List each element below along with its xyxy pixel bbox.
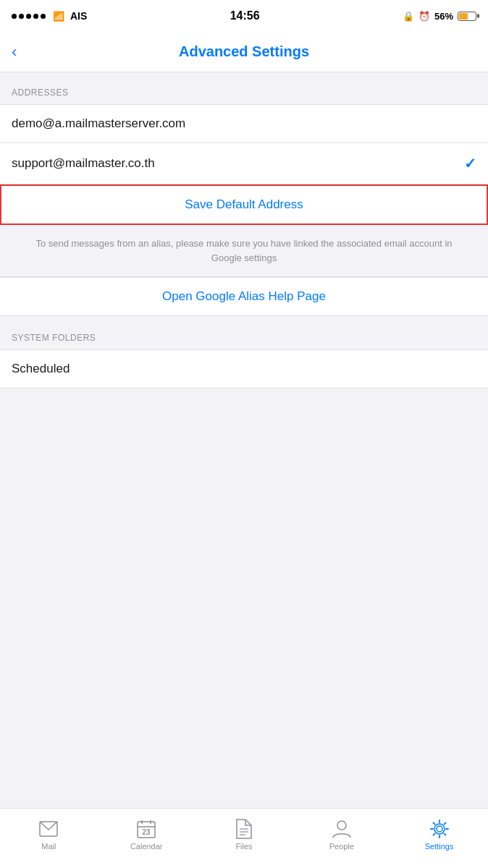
content-area: ADDRESSES demo@a.mailmasterserver.com su…: [0, 72, 488, 533]
status-bar: 📶 AIS 14:56 🔒 ⏰ 56%: [0, 0, 488, 32]
mail-icon: [38, 819, 59, 839]
alarm-icon: ⏰: [418, 11, 430, 22]
addresses-label: ADDRESSES: [12, 88, 69, 98]
signal-dots: [12, 14, 46, 19]
help-link-section: Open Google Alias Help Page: [0, 277, 488, 316]
calendar-icon: 23: [136, 819, 156, 839]
lock-icon: 🔒: [403, 11, 414, 22]
alias-info-text: To send messages from an alias, please m…: [23, 237, 465, 265]
svg-text:23: 23: [143, 828, 151, 836]
tab-settings[interactable]: Settings: [390, 819, 488, 851]
tab-calendar-label: Calendar: [130, 842, 163, 851]
alias-info-section: To send messages from an alias, please m…: [0, 225, 488, 277]
tab-mail[interactable]: Mail: [0, 819, 98, 851]
svg-point-9: [337, 821, 346, 830]
status-left: 📶 AIS: [12, 10, 87, 22]
status-right: 🔒 ⏰ 56%: [403, 11, 476, 22]
google-alias-help-link[interactable]: Open Google Alias Help Page: [162, 289, 326, 303]
address-item-1[interactable]: demo@a.mailmasterserver.com: [0, 105, 488, 143]
checkmark-icon: ✓: [464, 155, 476, 172]
files-icon: [234, 819, 254, 839]
address-1-text: demo@a.mailmasterserver.com: [12, 116, 185, 131]
address-item-2[interactable]: support@mailmaster.co.th ✓: [0, 143, 488, 184]
tab-mail-label: Mail: [41, 842, 56, 851]
status-time: 14:56: [230, 9, 260, 22]
address-list: demo@a.mailmasterserver.com support@mail…: [0, 104, 488, 184]
page-title: Advanced Settings: [179, 43, 309, 60]
people-icon: [332, 819, 352, 839]
tab-calendar[interactable]: 23 Calendar: [98, 819, 195, 851]
battery-percent: 56%: [434, 11, 453, 22]
svg-point-11: [434, 824, 445, 834]
address-2-text: support@mailmaster.co.th: [12, 156, 155, 171]
settings-icon: [429, 819, 450, 839]
tab-files[interactable]: Files: [195, 819, 293, 851]
system-folders-section-header: SYSTEM FOLDERS: [0, 316, 488, 349]
save-default-address-button[interactable]: Save Default Address: [1, 186, 487, 224]
battery-indicator: [458, 12, 476, 21]
tab-people[interactable]: People: [293, 819, 390, 851]
back-button[interactable]: ‹: [12, 40, 22, 64]
content-spacer: [0, 388, 488, 533]
svg-point-10: [437, 826, 442, 832]
scheduled-folder-item[interactable]: Scheduled: [0, 349, 488, 388]
carrier-name: AIS: [70, 10, 87, 22]
tab-bar: Mail 23 Calendar Files: [0, 808, 488, 868]
system-folders-label: SYSTEM FOLDERS: [12, 333, 96, 343]
scheduled-folder-name: Scheduled: [12, 362, 70, 376]
tab-people-label: People: [329, 842, 354, 851]
tab-settings-label: Settings: [425, 842, 454, 851]
save-address-container: Save Default Address: [0, 184, 488, 225]
tab-files-label: Files: [235, 842, 252, 851]
navigation-bar: ‹ Advanced Settings: [0, 32, 488, 72]
wifi-icon: 📶: [53, 11, 64, 22]
addresses-section-header: ADDRESSES: [0, 72, 488, 104]
